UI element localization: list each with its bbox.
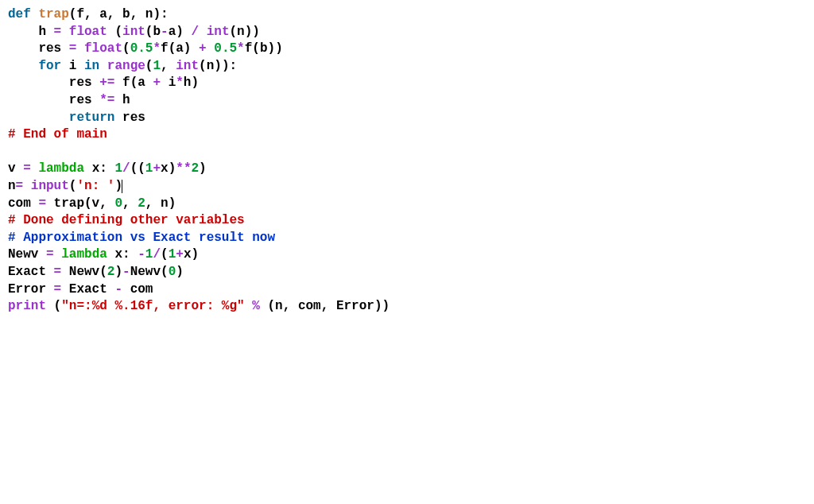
code-line: res += f(a + i*h) — [8, 76, 199, 90]
keyword-def: def — [8, 7, 38, 21]
comment: # Approximation vs Exact result now — [8, 231, 275, 245]
code-line: h = float (int(b-a) / int(n)) — [8, 25, 260, 39]
code-line: Exact = Newv(2)-Newv(0) — [8, 265, 184, 279]
code-line: return res — [8, 110, 145, 125]
code-line: v = lambda x: 1/((1+x)**2) — [8, 161, 207, 176]
code-line: # Approximation vs Exact result now — [8, 231, 275, 245]
code-line: n= input('n: ') — [8, 179, 122, 193]
code-line: print ("n=:%d %.16f, error: %g" % (n, co… — [8, 299, 390, 313]
code-line: com = trap(v, 0, 2, n) — [8, 196, 176, 211]
function-name: trap — [38, 7, 68, 21]
code-line: Newv = lambda x: -1/(1+x) — [8, 247, 199, 262]
code-line: Error = Exact - com — [8, 282, 153, 297]
comment: # End of main — [8, 127, 107, 142]
code-line: def trap(f, a, b, n): — [8, 7, 169, 21]
signature: (f, a, b, n): — [69, 7, 169, 21]
comment: # Done defining other variables — [8, 213, 245, 227]
code-editor[interactable]: def trap(f, a, b, n): h = float (int(b-a… — [8, 6, 814, 316]
text-cursor — [122, 180, 122, 193]
code-line: for i in range(1, int(n)): — [8, 59, 237, 73]
code-line: res *= h — [8, 93, 130, 107]
code-line: res = float(0.5*f(a) + 0.5*f(b)) — [8, 41, 283, 56]
code-line: # End of main — [8, 127, 107, 142]
code-line: # Done defining other variables — [8, 213, 245, 227]
